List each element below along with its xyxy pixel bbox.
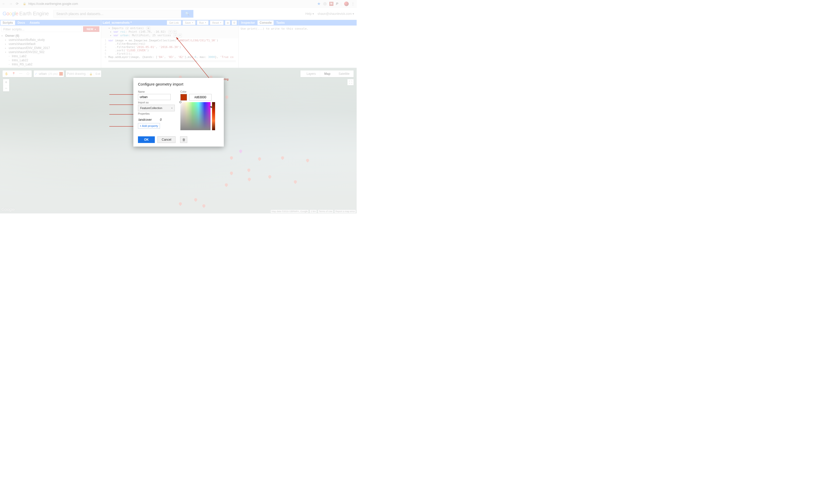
- import-edit-icon[interactable]: ⊘: [174, 34, 177, 37]
- map-terms-link[interactable]: Terms of Use: [318, 210, 333, 213]
- tab-console[interactable]: Console: [258, 20, 274, 25]
- apps-icon[interactable]: ⊞: [225, 20, 230, 25]
- nav-back-icon[interactable]: ←: [2, 2, 5, 6]
- delete-button[interactable]: 🗑: [180, 136, 187, 143]
- reset-button[interactable]: Reset: [210, 20, 224, 25]
- search-icon: 🔍: [185, 12, 190, 16]
- map-report-link[interactable]: Report a map error: [335, 210, 356, 213]
- property-row[interactable]: landcover 0: [138, 117, 176, 123]
- imports-block[interactable]: ▾ Imports (2 entries) ▦ ▸ var roi: Point…: [101, 25, 238, 38]
- cancel-button[interactable]: Cancel: [157, 136, 176, 143]
- account-link[interactable]: shaun@shaunlevick.com ▾: [318, 12, 354, 16]
- importas-select[interactable]: FeatureCollection: [138, 105, 175, 111]
- nav-forward-icon[interactable]: →: [9, 2, 12, 6]
- tree-file[interactable]: ▫Intro_Lab22: [2, 58, 99, 62]
- tab-tasks[interactable]: Tasks: [274, 20, 287, 25]
- tab-inspector[interactable]: Inspector: [239, 20, 257, 25]
- tree-folder[interactable]: ▸users/shaun/Buffalo_study: [2, 38, 99, 42]
- imports-toggle-icon[interactable]: ▦: [147, 26, 150, 30]
- getlink-button[interactable]: Get Link: [167, 20, 181, 25]
- geometry-color-swatch: [59, 72, 63, 76]
- map-pin-icon[interactable]: [268, 175, 272, 179]
- fullscreen-button[interactable]: ⛶: [347, 79, 354, 85]
- picker-arrow-left-icon: ◀: [209, 105, 211, 108]
- search-input[interactable]: [53, 10, 181, 18]
- map-pin-icon[interactable]: [194, 198, 198, 202]
- tree-folder[interactable]: ▸users/shaun/default: [2, 42, 99, 46]
- color-picker[interactable]: ▶ ◀: [180, 102, 215, 130]
- url-text: https://code.earthengine.google.com: [28, 2, 78, 6]
- map-pin-icon[interactable]: [239, 149, 243, 154]
- save-button[interactable]: Save: [183, 20, 195, 25]
- drawing-exit-button[interactable]: Exit: [95, 72, 100, 75]
- map-pin-icon[interactable]: [229, 171, 234, 175]
- map-pin-icon[interactable]: [225, 95, 229, 99]
- line-tool-icon[interactable]: 〰: [18, 71, 23, 77]
- import-gear-icon[interactable]: ⚙: [173, 30, 177, 34]
- add-property-button[interactable]: + Add property: [138, 123, 160, 129]
- url-bar[interactable]: 🔒 https://code.earthengine.google.com: [21, 2, 314, 6]
- map-pin-icon[interactable]: [258, 157, 262, 161]
- layers-button[interactable]: Layers: [300, 70, 322, 77]
- maptype-satellite[interactable]: Satellite: [334, 72, 354, 76]
- mendeley-icon[interactable]: M: [329, 2, 333, 6]
- map-footer-logo: Google: [2, 207, 15, 212]
- drawing-lock-icon[interactable]: 🔒: [88, 72, 94, 76]
- logo[interactable]: Google Earth Engine: [3, 11, 49, 17]
- polygon-tool-icon[interactable]: ⬠: [25, 71, 31, 77]
- zoom-in-button[interactable]: +: [3, 79, 9, 85]
- tree-file[interactable]: ▫Intro_Lab2: [2, 54, 99, 58]
- code-editor[interactable]: 1var image = ee.Image(ee.ImageCollection…: [101, 38, 238, 59]
- geometry-layer-chip[interactable]: ✓ urban (25 pts): [34, 70, 64, 77]
- tab-assets[interactable]: Assets: [28, 20, 42, 25]
- chrome-menu-icon[interactable]: ⋮: [351, 2, 355, 6]
- tree-file[interactable]: ▫Intro_RS_Lab2: [2, 62, 99, 66]
- color-sv-box[interactable]: ▶: [180, 102, 211, 130]
- code-panel: Lab4_screenshots * Get Link Save Run Res…: [101, 20, 239, 68]
- map-pin-icon[interactable]: [305, 158, 310, 163]
- import-edit-icon[interactable]: ⊘: [169, 30, 172, 34]
- tree-folder[interactable]: ▸users/shaun/ENV_EMM_2017: [2, 46, 99, 50]
- google-logo: Google: [3, 11, 18, 17]
- color-sv-handle-icon[interactable]: [179, 101, 181, 103]
- help-link[interactable]: Help ▾: [305, 12, 314, 16]
- geometry-count: (25 pts): [48, 72, 58, 75]
- earthengine-text: Earth Engine: [19, 11, 49, 17]
- zoom-out-button[interactable]: −: [3, 85, 9, 91]
- marker-tool-icon[interactable]: 📍: [11, 71, 16, 77]
- extension-icon[interactable]: [323, 2, 327, 6]
- color-hex-input[interactable]: [189, 94, 212, 101]
- maptype-map[interactable]: Map: [320, 72, 334, 76]
- map-pin-icon[interactable]: [224, 183, 229, 187]
- search-button[interactable]: 🔍: [181, 10, 193, 18]
- bookmark-star-icon[interactable]: ★: [317, 1, 321, 6]
- tree-owner[interactable]: ▾Owner (6): [2, 34, 99, 38]
- map-pin-icon[interactable]: [247, 168, 251, 172]
- new-script-button[interactable]: NEW: [83, 26, 99, 32]
- filter-scripts-input[interactable]: [2, 26, 82, 32]
- run-button[interactable]: Run: [197, 20, 208, 25]
- map-pin-icon[interactable]: [293, 180, 298, 184]
- ok-button[interactable]: OK: [138, 136, 155, 143]
- import-gear-icon[interactable]: ⚙: [178, 34, 182, 37]
- map-pin-icon[interactable]: [229, 156, 234, 160]
- map-pin-icon[interactable]: [247, 177, 252, 182]
- extension-p-icon[interactable]: P: [336, 2, 338, 6]
- map-pin-icon[interactable]: [281, 156, 285, 160]
- tab-scripts[interactable]: Scripts: [1, 20, 15, 25]
- map-pin-icon[interactable]: [202, 204, 206, 208]
- check-icon: ✓: [35, 72, 37, 76]
- map-pin-icon[interactable]: [178, 202, 183, 206]
- color-swatch[interactable]: [180, 94, 187, 101]
- tab-docs[interactable]: Docs: [16, 20, 27, 25]
- hand-tool-icon[interactable]: ✋: [4, 71, 9, 77]
- geometry-name-input[interactable]: [138, 94, 171, 100]
- color-hue-slider[interactable]: ◀: [212, 102, 215, 130]
- separator: |: [341, 2, 342, 6]
- code-horizontal-scrollbar[interactable]: [108, 60, 236, 62]
- settings-gear-icon[interactable]: ⚙: [232, 20, 237, 25]
- reload-icon[interactable]: ⟳: [16, 2, 19, 6]
- tree-folder[interactable]: ▾users/shaun/ENV202_502: [2, 50, 99, 54]
- geometry-tools: ✋ 📍 〰 ⬠: [3, 70, 32, 77]
- profile-avatar-icon[interactable]: [344, 2, 349, 6]
